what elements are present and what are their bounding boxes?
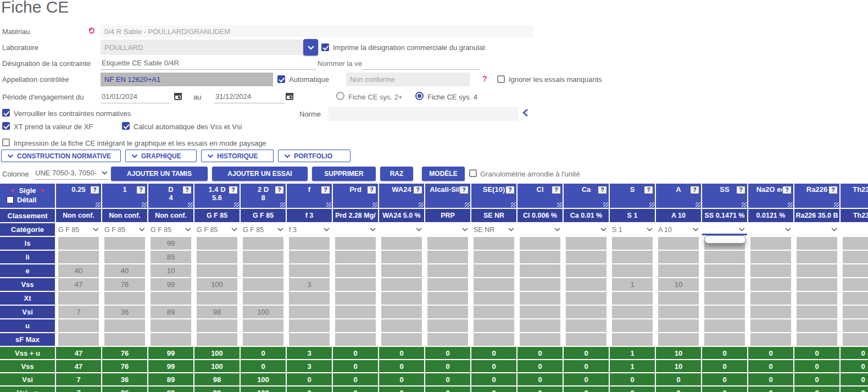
grid-cell[interactable] <box>656 306 701 318</box>
date-au-input[interactable]: 31/12/2024 <box>214 90 285 103</box>
grid-cell[interactable]: 100 <box>194 278 240 291</box>
grid-cell[interactable] <box>794 237 839 250</box>
grid-cell[interactable] <box>379 306 424 318</box>
column-resize-handle[interactable] <box>372 202 377 207</box>
grid-cell[interactable] <box>333 278 378 291</box>
grid-cell[interactable] <box>471 278 516 291</box>
grid-cell[interactable] <box>379 278 424 291</box>
column-help-button[interactable]: ? <box>459 186 469 194</box>
grid-cell[interactable]: 99 <box>148 278 193 291</box>
grid-cell[interactable] <box>794 333 839 346</box>
grid-cell[interactable] <box>379 237 424 250</box>
grid-cell[interactable] <box>287 264 332 277</box>
grid-cell[interactable]: 76 <box>102 278 147 291</box>
grid-cell[interactable] <box>194 292 240 305</box>
supprimer-button[interactable]: SUPPRIMER <box>312 167 376 181</box>
grid-cell[interactable] <box>287 306 332 318</box>
column-help-button[interactable]: ? <box>644 186 653 194</box>
column-resize-handle[interactable] <box>788 202 793 207</box>
grid-cell[interactable] <box>102 237 147 250</box>
categorie-select[interactable]: SE NR <box>471 223 516 236</box>
grid-cell[interactable] <box>241 319 286 332</box>
calendar-icon[interactable] <box>174 93 182 100</box>
grid-cell[interactable] <box>287 333 332 346</box>
grid-cell[interactable] <box>841 306 868 318</box>
column-resize-handle[interactable] <box>557 202 562 207</box>
laboratoire-dropdown-button[interactable] <box>303 39 318 56</box>
categorie-select[interactable]: G F 85 <box>56 223 101 236</box>
column-help-button[interactable]: ? <box>828 186 838 194</box>
grid-cell[interactable] <box>702 264 747 277</box>
grid-cell[interactable] <box>102 251 147 263</box>
ignorer-checkbox[interactable] <box>497 75 505 83</box>
grid-cell[interactable] <box>702 306 747 318</box>
categorie-select[interactable] <box>748 223 793 236</box>
grid-cell[interactable] <box>518 319 563 332</box>
grid-cell[interactable] <box>748 264 793 277</box>
grid-cell[interactable] <box>102 319 147 332</box>
grid-cell[interactable] <box>425 251 470 263</box>
grid-cell[interactable] <box>241 264 286 277</box>
grid-cell[interactable] <box>610 251 655 263</box>
grid-cell[interactable] <box>287 237 332 250</box>
grid-cell[interactable] <box>564 278 609 291</box>
grid-cell[interactable] <box>425 264 470 277</box>
grid-cell[interactable] <box>564 319 609 332</box>
categorie-select[interactable]: G F 85 <box>194 223 240 236</box>
column-resize-handle[interactable] <box>234 202 239 207</box>
categorie-select[interactable] <box>564 223 609 236</box>
grid-cell[interactable] <box>656 237 701 250</box>
grid-cell[interactable]: 10 <box>148 264 193 277</box>
grid-cell[interactable] <box>610 319 655 332</box>
categorie-select[interactable]: G F 85 <box>148 223 193 236</box>
grid-cell[interactable] <box>702 319 747 332</box>
grid-cell[interactable] <box>471 292 516 305</box>
grid-cell[interactable] <box>471 237 516 250</box>
grid-cell[interactable] <box>102 292 147 305</box>
grid-cell[interactable]: 85 <box>148 251 193 263</box>
column-resize-handle[interactable] <box>326 202 331 207</box>
conformite-help[interactable]: ? <box>482 74 487 83</box>
grid-cell[interactable] <box>794 278 839 291</box>
grid-cell[interactable] <box>518 237 563 250</box>
laboratoire-field[interactable]: POULLARD <box>101 40 302 55</box>
grid-cell[interactable] <box>425 278 470 291</box>
construction-normative-button[interactable]: CONSTRUCTION NORMATIVE <box>1 150 121 162</box>
grid-cell[interactable] <box>656 319 701 332</box>
grid-cell[interactable] <box>748 237 793 250</box>
categorie-select[interactable] <box>333 223 378 236</box>
column-help-button[interactable]: ? <box>229 186 238 194</box>
grid-cell[interactable] <box>610 237 655 250</box>
grid-cell[interactable] <box>702 278 747 291</box>
grid-cell[interactable] <box>656 251 701 263</box>
grid-cell[interactable] <box>471 251 516 263</box>
automatique-checkbox[interactable] <box>277 75 285 83</box>
column-resize-handle[interactable] <box>603 202 608 207</box>
column-help-button[interactable]: ? <box>413 186 422 194</box>
grid-cell[interactable] <box>471 319 516 332</box>
grid-cell[interactable] <box>471 264 516 277</box>
categorie-select[interactable]: G F 85 <box>241 223 286 236</box>
grid-cell[interactable] <box>194 333 240 346</box>
grid-cell[interactable] <box>379 333 424 346</box>
grid-cell[interactable] <box>841 333 868 346</box>
grid-cell[interactable] <box>518 333 563 346</box>
grid-cell[interactable] <box>794 251 839 263</box>
grid-cell[interactable] <box>841 237 868 250</box>
column-help-button[interactable]: ? <box>367 186 376 194</box>
granulo-checkbox[interactable] <box>469 169 477 177</box>
column-help-button[interactable]: ? <box>321 186 330 194</box>
grid-cell[interactable] <box>425 237 470 250</box>
grid-cell[interactable] <box>748 306 793 318</box>
grid-cell[interactable] <box>333 251 378 263</box>
column-help-button[interactable]: ? <box>90 186 99 194</box>
grid-cell[interactable]: 1 <box>610 278 655 291</box>
grid-cell[interactable] <box>56 292 101 305</box>
grid-cell[interactable] <box>841 251 868 263</box>
grid-cell[interactable]: 40 <box>102 264 147 277</box>
grid-cell[interactable] <box>702 333 747 346</box>
grid-cell[interactable]: 98 <box>194 306 240 318</box>
grid-cell[interactable] <box>333 306 378 318</box>
grid-cell[interactable] <box>518 264 563 277</box>
grid-cell[interactable] <box>518 292 563 305</box>
